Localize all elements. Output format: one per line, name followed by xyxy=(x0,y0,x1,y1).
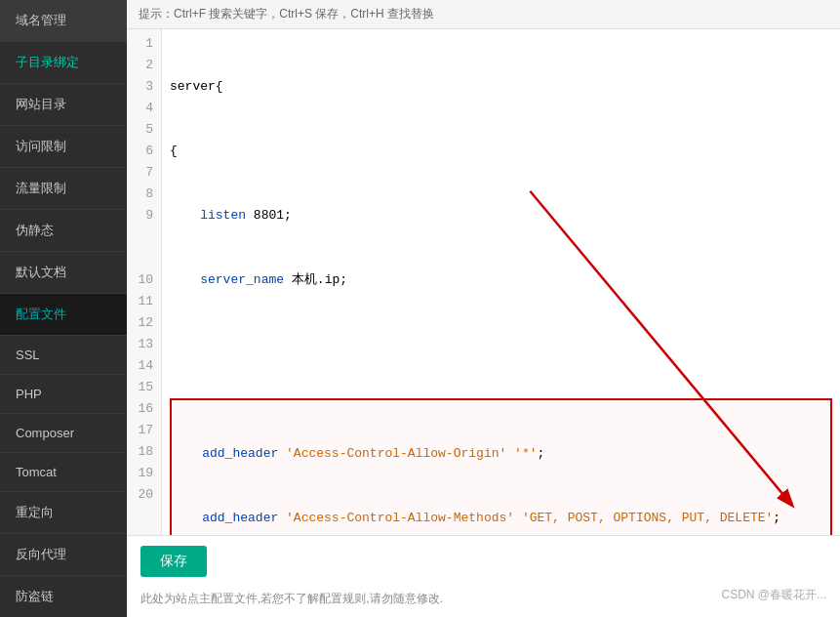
code-container[interactable]: 1 2 3 4 5 6 7 8 9 10 11 12 13 14 15 16 1… xyxy=(127,29,840,535)
sidebar-item-redirect[interactable]: 重定向 xyxy=(0,492,127,534)
code-line-4: server_name 本机.ip; xyxy=(170,269,832,291)
sidebar-item-proxy[interactable]: 反向代理 xyxy=(0,534,127,576)
sidebar-item-access[interactable]: 访问限制 xyxy=(0,126,127,168)
main-content: 提示：Ctrl+F 搜索关键字，Ctrl+S 保存，Ctrl+H 查找替换 1 … xyxy=(127,0,840,617)
sidebar-item-config[interactable]: 配置文件 xyxy=(0,294,127,336)
sidebar: 域名管理 子目录绑定 网站目录 访问限制 流量限制 伪静态 默认文档 配置文件 … xyxy=(0,0,127,617)
sidebar-item-hotlink[interactable]: 防盗链 xyxy=(0,576,127,617)
editor-area: 1 2 3 4 5 6 7 8 9 10 11 12 13 14 15 16 1… xyxy=(127,29,840,535)
code-line-1: server{ xyxy=(170,76,832,98)
sidebar-item-traffic[interactable]: 流量限制 xyxy=(0,168,127,210)
sidebar-item-subdir[interactable]: 子目录绑定 xyxy=(0,42,127,84)
sidebar-item-php[interactable]: PHP xyxy=(0,375,127,414)
button-area: 保存 xyxy=(127,535,840,587)
footer-note: 此处为站点主配置文件,若您不了解配置规则,请勿随意修改. xyxy=(127,587,840,617)
sidebar-item-sitedir[interactable]: 网站目录 xyxy=(0,84,127,126)
highlight-block: add_header 'Access-Control-Allow-Origin'… xyxy=(170,398,832,535)
code-line-7: add_header 'Access-Control-Allow-Methods… xyxy=(172,508,830,529)
sidebar-item-subdir-label: 子目录绑定 xyxy=(16,55,79,69)
sidebar-item-rewrite[interactable]: 伪静态 xyxy=(0,210,127,252)
save-button[interactable]: 保存 xyxy=(140,546,207,577)
sidebar-item-ssl[interactable]: SSL xyxy=(0,336,127,375)
sidebar-item-default-doc[interactable]: 默认文档 xyxy=(0,252,127,294)
sidebar-item-composer[interactable]: Composer xyxy=(0,414,127,453)
code-editor[interactable]: server{ { listen 8801; server_name 本机.ip… xyxy=(162,29,840,535)
sidebar-item-tomcat[interactable]: Tomcat xyxy=(0,453,127,492)
hint-bar: 提示：Ctrl+F 搜索关键字，Ctrl+S 保存，Ctrl+H 查找替换 xyxy=(127,0,840,29)
hint-text: 提示：Ctrl+F 搜索关键字，Ctrl+S 保存，Ctrl+H 查找替换 xyxy=(139,7,434,21)
code-line-3: listen 8801; xyxy=(170,205,832,226)
line-numbers: 1 2 3 4 5 6 7 8 9 10 11 12 13 14 15 16 1… xyxy=(127,29,162,535)
sidebar-item-domain[interactable]: 域名管理 xyxy=(0,0,127,42)
code-line-6: add_header 'Access-Control-Allow-Origin'… xyxy=(172,443,830,465)
code-line-5 xyxy=(170,334,832,355)
code-line-2: { xyxy=(170,141,832,162)
